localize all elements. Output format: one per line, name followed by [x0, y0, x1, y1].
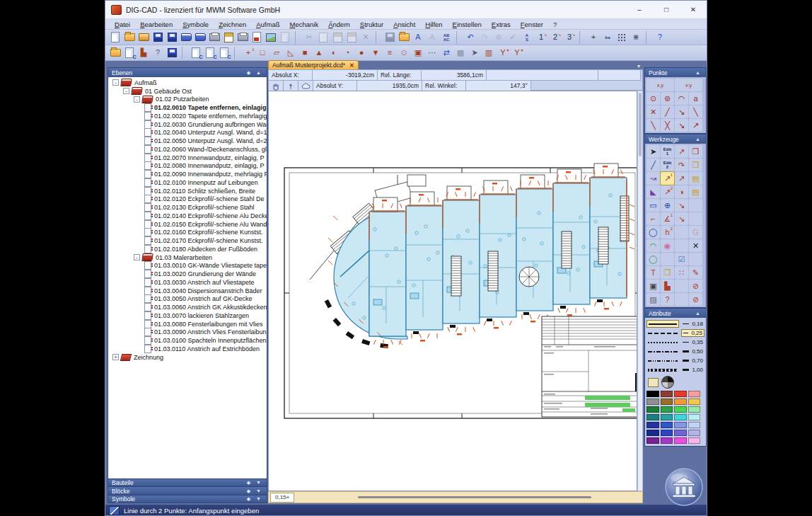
line-width-0,18[interactable]: 0,18 [681, 320, 704, 328]
panel-header-bauteile[interactable]: Bauteile◆ ▼ [108, 478, 267, 486]
tree-item[interactable]: 01.02.0150 Eckprofil/-schiene Alu Wand [108, 220, 267, 229]
color-swatch[interactable] [646, 422, 659, 428]
point-xy-icon[interactable]: x,y [646, 79, 674, 91]
line-style-dash-dot[interactable] [646, 348, 679, 355]
line-style-dashed[interactable] [646, 329, 679, 337]
hide-1-tool[interactable]: ⊘ [689, 280, 702, 292]
divide-line-2-icon[interactable]: ╲ [646, 119, 660, 132]
curve-move-tool[interactable]: ↷ [675, 159, 688, 171]
dimension-icon[interactable]: + [587, 31, 601, 44]
tree-item[interactable]: 01.03.0050 Anstrich auf GK-Decke [108, 295, 267, 304]
attributes-panel-header[interactable]: Attribute ▲ [645, 309, 706, 318]
line-width-0,25[interactable]: 0,25 [681, 329, 704, 337]
tree-item[interactable]: 01.03.0020 Grundierung der Wände [108, 270, 267, 278]
query-tool[interactable]: ? [661, 293, 674, 306]
open-folder-icon[interactable] [109, 47, 122, 59]
color-swatch[interactable] [688, 430, 701, 436]
tree-item[interactable]: 01.02.0030 Grundierung aufbringen Wand [108, 120, 267, 129]
tree-item[interactable]: 01.02.0100 Innenputz auf Leibungen [108, 178, 267, 187]
menu-item-datei[interactable]: Datei [110, 21, 135, 28]
color-swatch[interactable] [661, 414, 673, 420]
delete-tool[interactable]: ✕ [689, 239, 702, 252]
tree-item[interactable]: 01.03.0030 Anstrich auf Vliestapete [108, 278, 267, 287]
tree-item[interactable]: 01.02.0140 Eckprofil/-schiene Alu Decke [108, 212, 267, 220]
tree-item[interactable]: 01.02.0160 Eckprofil/-schiene Kunstst. [108, 229, 267, 237]
copy-2-icon[interactable]: C [204, 47, 217, 59]
color-swatch[interactable] [661, 399, 673, 405]
image-tool[interactable]: ▨ [646, 293, 660, 306]
eye-tool[interactable]: ◉ [661, 239, 674, 252]
circle-points-icon[interactable]: ⊚ [661, 92, 674, 105]
camera-tool[interactable]: ▣ [646, 280, 660, 292]
edit-1-tool[interactable]: Edit1 [661, 145, 674, 158]
paste-special-icon[interactable] [345, 31, 359, 44]
divide-line-icon[interactable]: ╲ [689, 105, 702, 118]
tree-item[interactable]: 01.03.0080 Fensterlaibungen mit Vlies [108, 320, 267, 328]
select-tool[interactable]: ➤ [646, 145, 660, 158]
menu-item-fenster[interactable]: Fenster [516, 21, 548, 28]
mwm-logo[interactable] [663, 466, 704, 510]
menu-item-zeichnen[interactable]: Zeichnen [214, 21, 251, 28]
circle-tool[interactable]: ◯ [646, 226, 660, 239]
panel-header-symbole[interactable]: Symbole◆ ▼ [108, 495, 267, 503]
copy-1-icon[interactable]: C [190, 47, 203, 59]
half-circle-icon[interactable]: ◖ [327, 47, 340, 59]
image-export-icon[interactable] [265, 31, 278, 44]
line-point-icon[interactable]: ╱ [661, 105, 674, 118]
open-recent-icon[interactable] [137, 31, 151, 44]
copy-icon[interactable] [317, 31, 330, 44]
close-button[interactable]: ✕ [680, 1, 707, 18]
color-swatch[interactable] [646, 437, 659, 444]
measure-2-tool[interactable]: ↗2 [661, 185, 674, 198]
vertical-scrollbar[interactable] [637, 91, 643, 491]
tree-item[interactable]: 01.02.0120 Eckprofil/-schiene Stahl De [108, 195, 267, 204]
color-swatch[interactable] [688, 437, 701, 444]
hide-2-tool[interactable]: ⊘ [689, 293, 702, 306]
menu-item-symbole[interactable]: Symbole [178, 21, 214, 28]
new-file-icon[interactable] [109, 31, 122, 44]
grid-icon[interactable] [615, 31, 629, 44]
panel-pin-collapse-icons[interactable]: ◆ ▼ [247, 496, 263, 502]
export-icon[interactable] [250, 31, 264, 44]
color-swatch[interactable] [688, 399, 701, 405]
text-style-icon[interactable]: AS [521, 31, 534, 44]
menu-item-bearbeiten[interactable]: Bearbeiten [135, 21, 178, 28]
copy-element-icon[interactable]: C [123, 47, 137, 59]
tree-expander-icon[interactable]: - [134, 254, 140, 260]
y-ref-2-icon[interactable]: Y▾ [511, 47, 524, 59]
horizontal-scrollbar-thumb[interactable] [358, 496, 591, 498]
copy-page-tool[interactable]: ❒ [689, 145, 702, 158]
tree-item[interactable]: 01.02.0090 Innenwandputz, mehrlagig P [108, 170, 267, 178]
menu-item-hilfen[interactable]: Hilfen [420, 21, 447, 28]
save-icon[interactable] [151, 31, 165, 44]
line-style-dash-dot-dot[interactable] [646, 357, 679, 365]
triangle-filled-icon[interactable]: ▲ [313, 47, 326, 59]
tree-item[interactable]: 01.02.0130 Eckprofil/-schiene Stahl [108, 203, 267, 212]
undo-icon[interactable]: ↶ [464, 31, 477, 44]
documents-icon[interactable] [222, 31, 236, 44]
points-panel-header[interactable]: Punkte ▲ [645, 68, 706, 77]
move-tool[interactable]: ↗ [675, 145, 688, 158]
line-style-solid[interactable] [646, 320, 679, 328]
tools-panel-header[interactable]: Werkzeuge ▲ [645, 134, 706, 144]
polyline-tool[interactable]: ↝ [646, 172, 660, 185]
drawing-canvas[interactable] [268, 91, 637, 491]
save-all-icon[interactable] [180, 31, 193, 44]
menu-item-ansicht[interactable]: Ansicht [388, 21, 420, 28]
autocaption-icon[interactable]: ABAC [440, 31, 453, 44]
menu-item-aufma[interactable]: Aufmaß [251, 21, 284, 28]
corner-tool[interactable]: ⌐ [646, 212, 660, 225]
zoom-level[interactable]: 0,15× [270, 493, 294, 503]
polygon-red-tool[interactable]: ▙ [661, 280, 674, 292]
arc-points-icon[interactable]: ◠ [675, 92, 688, 105]
menu-item-mechanik[interactable]: Mechanik [285, 21, 324, 28]
tree-item[interactable]: 01.02.0080 Innenwandputz, einlagig, P [108, 162, 267, 171]
tree-item[interactable]: -01 Gebäude Ost [108, 87, 267, 96]
level-2-icon[interactable]: 2↘ [549, 31, 562, 44]
line-width-1,00[interactable]: 1,00 [681, 366, 704, 374]
triangle-outline-icon[interactable]: ◺ [284, 47, 298, 59]
paste-icon[interactable] [331, 31, 344, 44]
y-ref-1-icon[interactable]: Y▾ [497, 47, 510, 59]
point-xy-rel-icon[interactable]: x:y [675, 79, 702, 91]
text-tool[interactable]: T [646, 266, 660, 279]
